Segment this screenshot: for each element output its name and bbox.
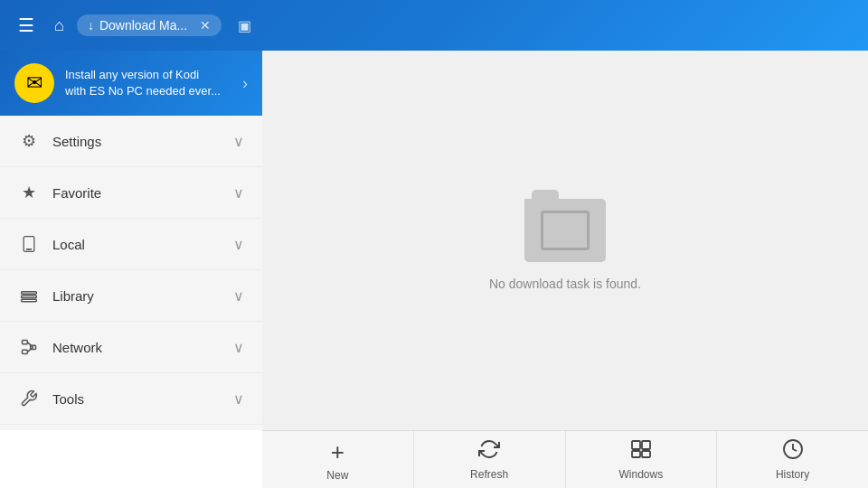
svg-rect-13	[642, 451, 650, 457]
settings-label: Settings	[52, 134, 221, 149]
sidebar-item-settings[interactable]: ⚙ Settings ∨	[0, 116, 262, 167]
svg-rect-1	[26, 249, 33, 250]
sidebar-item-favorite[interactable]: ★ Favorite ∨	[0, 167, 262, 219]
refresh-icon	[478, 438, 500, 465]
empty-state: No download task is found.	[489, 190, 641, 291]
new-button[interactable]: + New	[262, 431, 414, 488]
sidebar: ✉ Install any version of Kodiwith ES No …	[0, 51, 262, 430]
tab-close-button[interactable]: ✕	[200, 18, 211, 33]
favorite-icon: ★	[18, 182, 40, 203]
new-icon: +	[331, 438, 344, 466]
sidebar-item-library[interactable]: Library ∨	[0, 270, 262, 322]
windows-icon	[630, 438, 652, 465]
network-label: Network	[52, 340, 221, 355]
windows-button[interactable]: Windows	[566, 431, 718, 488]
menu-icon[interactable]: ☰	[11, 11, 42, 40]
refresh-label: Refresh	[470, 468, 508, 481]
empty-state-message: No download task is found.	[489, 277, 641, 291]
svg-rect-4	[22, 299, 37, 302]
library-icon	[18, 285, 40, 306]
svg-rect-10	[632, 441, 640, 449]
sidebar-item-recycle-bin[interactable]: Recycle Bin	[0, 425, 262, 430]
promo-arrow-icon: ›	[242, 74, 248, 93]
settings-chevron-icon: ∨	[233, 133, 244, 150]
main-layout: ✉ Install any version of Kodiwith ES No …	[0, 51, 868, 430]
promo-banner[interactable]: ✉ Install any version of Kodiwith ES No …	[0, 51, 262, 116]
tools-icon	[18, 388, 40, 409]
history-button[interactable]: History	[717, 431, 868, 488]
svg-rect-12	[632, 451, 640, 457]
favorite-label: Favorite	[52, 185, 221, 201]
content-area: No download task is found.	[262, 51, 868, 430]
svg-rect-6	[23, 350, 28, 353]
download-tab[interactable]: ↓ Download Ma... ✕	[77, 14, 222, 36]
svg-rect-11	[642, 441, 650, 449]
refresh-button[interactable]: Refresh	[414, 431, 566, 488]
local-chevron-icon: ∨	[233, 236, 244, 253]
settings-icon: ⚙	[18, 130, 40, 152]
tools-chevron-icon: ∨	[233, 390, 244, 408]
promo-text: Install any version of Kodiwith ES No PC…	[65, 67, 231, 99]
windows-label: Windows	[619, 468, 664, 481]
local-label: Local	[52, 237, 221, 252]
envelope-icon: ✉	[26, 71, 42, 95]
svg-rect-2	[22, 292, 37, 295]
download-arrow-icon: ↓	[88, 18, 94, 33]
local-icon	[18, 233, 40, 255]
sidebar-item-network[interactable]: Network ∨	[0, 322, 262, 373]
history-label: History	[776, 468, 809, 481]
svg-rect-5	[23, 341, 28, 344]
home-icon[interactable]: ⌂	[51, 13, 68, 39]
new-label: New	[326, 469, 348, 482]
promo-icon: ✉	[14, 63, 54, 103]
history-icon	[782, 438, 804, 465]
top-bar: ☰ ⌂ ↓ Download Ma... ✕ ▣	[0, 0, 868, 51]
sidebar-item-tools[interactable]: Tools ∨	[0, 373, 262, 425]
sidebar-item-local[interactable]: Local ∨	[0, 219, 262, 270]
tab-label: Download Ma...	[99, 18, 194, 33]
new-tab-button[interactable]: ▣	[231, 14, 259, 38]
tools-label: Tools	[52, 391, 221, 407]
library-chevron-icon: ∨	[233, 287, 244, 305]
svg-rect-3	[22, 296, 37, 298]
network-icon	[18, 336, 40, 358]
favorite-chevron-icon: ∨	[233, 184, 244, 202]
network-chevron-icon: ∨	[233, 339, 244, 356]
library-label: Library	[52, 288, 221, 304]
bottom-toolbar: + New Refresh Windows	[262, 430, 868, 488]
